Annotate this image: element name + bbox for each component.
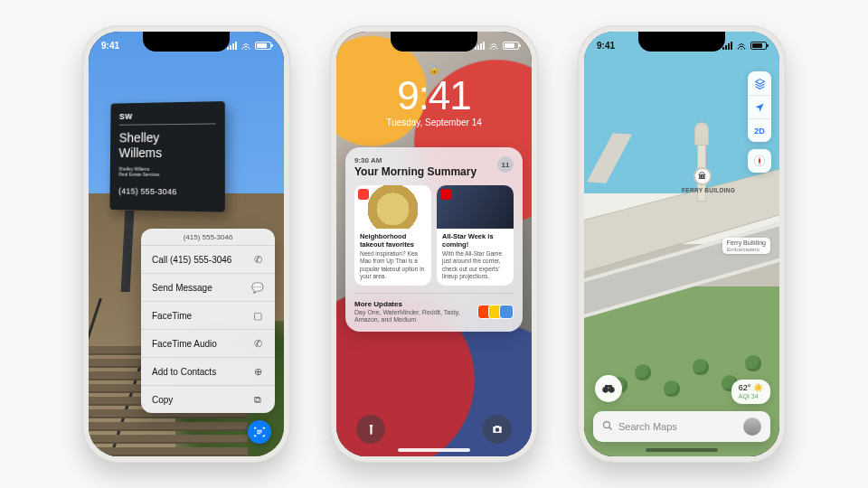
- morning-summary-card[interactable]: 9:30 AM Your Morning Summary 11 Neighbor…: [345, 147, 523, 332]
- map-2d-button[interactable]: 2D: [748, 118, 771, 142]
- home-indicator[interactable]: [646, 448, 718, 452]
- map-layers-button[interactable]: [748, 71, 771, 95]
- menu-item-facetime-audio[interactable]: FaceTime Audio ✆: [141, 329, 275, 357]
- menu-item-label: Send Message: [152, 283, 212, 293]
- menu-item-copy[interactable]: Copy ⧉: [141, 385, 275, 413]
- search-icon: [602, 420, 613, 434]
- card-description: Need inspiration? Kea Mao from Up Thai i…: [360, 250, 426, 280]
- clock-time: 9:41: [336, 76, 532, 116]
- lock-screen-clock: 🔓 9:41 Tuesday, September 14: [336, 64, 532, 127]
- realtor-sign: SW Shelley Willems Shelley Willems Real …: [109, 101, 224, 212]
- espn-app-icon: [440, 189, 451, 200]
- flashlight-button[interactable]: [356, 415, 385, 444]
- battery-icon: [255, 42, 271, 50]
- sign-phone-number: (415) 555-3046: [118, 186, 215, 197]
- live-text-context-menu: (415) 555-3046 Call (415) 555-3046 ✆ Sen…: [141, 229, 275, 413]
- copy-icon: ⧉: [251, 393, 264, 406]
- context-menu-header: (415) 555-3046: [141, 229, 275, 245]
- battery-icon: [503, 42, 519, 50]
- notch: [638, 32, 725, 52]
- notch: [391, 32, 477, 52]
- weather-temp: 62°: [739, 383, 751, 392]
- wifi-icon: [241, 42, 251, 50]
- sign-subtitle: Shelley Willems Real Estate Services: [118, 165, 215, 178]
- news-app-icon: [358, 189, 369, 200]
- look-around-button[interactable]: [595, 375, 622, 402]
- more-updates-apps: Day One, WaterMinder, Reddit, Tasty, Ama…: [354, 309, 463, 324]
- phone-lock-screen: 🔓 9:41 Tuesday, September 14 9:30 AM You…: [330, 25, 538, 463]
- weather-aqi: AQI 34: [739, 393, 763, 400]
- menu-item-add-to-contacts[interactable]: Add to Contacts ⊕: [141, 357, 275, 385]
- unlock-icon: 🔓: [336, 64, 532, 74]
- clock-date: Tuesday, September 14: [336, 117, 532, 127]
- status-time: 9:41: [597, 41, 615, 51]
- menu-item-call[interactable]: Call (415) 555-3046 ✆: [141, 245, 275, 273]
- poi-label: FERRY BUILDING: [682, 187, 735, 193]
- summary-count-badge: 11: [497, 156, 514, 173]
- notch: [143, 32, 230, 52]
- more-updates-app-icons: [481, 305, 514, 319]
- menu-item-label: FaceTime Audio: [152, 339, 217, 349]
- map-weather-widget[interactable]: 62° ☀️ AQI 34: [731, 380, 770, 404]
- menu-item-label: Copy: [152, 395, 173, 405]
- map-controls-top: 2D: [748, 71, 771, 142]
- more-updates-title: More Updates: [354, 300, 463, 308]
- svg-point-4: [604, 421, 610, 427]
- wifi-icon: [736, 42, 747, 50]
- message-icon: 💬: [251, 281, 264, 294]
- phone-icon: ✆: [251, 253, 264, 266]
- summary-more-updates[interactable]: More Updates Day One, WaterMinder, Reddi…: [354, 293, 514, 324]
- camera-button[interactable]: [483, 415, 512, 444]
- card-title: Neighborhood takeout favorites: [360, 233, 426, 249]
- home-indicator[interactable]: [398, 448, 470, 452]
- menu-item-label: FaceTime: [152, 311, 192, 321]
- map-locate-button[interactable]: [748, 95, 771, 118]
- search-placeholder: Search Maps: [618, 421, 738, 432]
- poi-marker-ferry-building[interactable]: 🏛: [693, 167, 712, 185]
- svg-point-1: [602, 387, 609, 393]
- summary-card-food[interactable]: Neighborhood takeout favorites Need insp…: [354, 185, 431, 286]
- status-time: 9:41: [101, 41, 119, 51]
- card-description: With the All-Star Game just around the c…: [442, 250, 508, 280]
- card-thumbnail: [354, 185, 431, 229]
- battery-icon: [750, 42, 767, 50]
- menu-item-label: Call (415) 555-3046: [152, 255, 231, 265]
- app-icon: [499, 305, 514, 319]
- phone-maps: 9:41 🏛 FERRY BUIL: [578, 25, 786, 463]
- three-phone-lineup: 9:41 SW Shelley Willems Shelley Willems …: [0, 0, 868, 488]
- contact-add-icon: ⊕: [251, 365, 264, 378]
- phone-icon: ✆: [251, 337, 264, 350]
- card-title: All-Star Week is coming!: [442, 233, 508, 249]
- svg-rect-3: [605, 385, 612, 388]
- menu-item-label: Add to Contacts: [152, 367, 216, 377]
- menu-item-send-message[interactable]: Send Message 💬: [141, 273, 275, 301]
- summary-card-sports[interactable]: All-Star Week is coming! With the All-St…: [437, 185, 514, 286]
- phone-live-text: 9:41 SW Shelley Willems Shelley Willems …: [82, 25, 290, 463]
- sign-monogram: SW: [119, 110, 216, 125]
- video-icon: ▢: [251, 309, 264, 322]
- summary-time: 9:30 AM: [354, 156, 476, 164]
- map-search-bar[interactable]: Search Maps: [593, 411, 770, 442]
- summary-title: Your Morning Summary: [354, 165, 476, 178]
- map-compass-button[interactable]: [748, 149, 771, 173]
- map-road-label: Ferry Building Embarcadero: [722, 238, 770, 254]
- menu-item-facetime[interactable]: FaceTime ▢: [141, 301, 275, 329]
- live-text-button[interactable]: [248, 420, 271, 444]
- card-thumbnail: [437, 185, 514, 229]
- compass-icon: [748, 149, 771, 173]
- account-avatar[interactable]: [743, 418, 761, 436]
- sign-name: Shelley Willems: [118, 130, 215, 161]
- svg-point-2: [609, 387, 615, 393]
- wifi-icon: [488, 42, 499, 50]
